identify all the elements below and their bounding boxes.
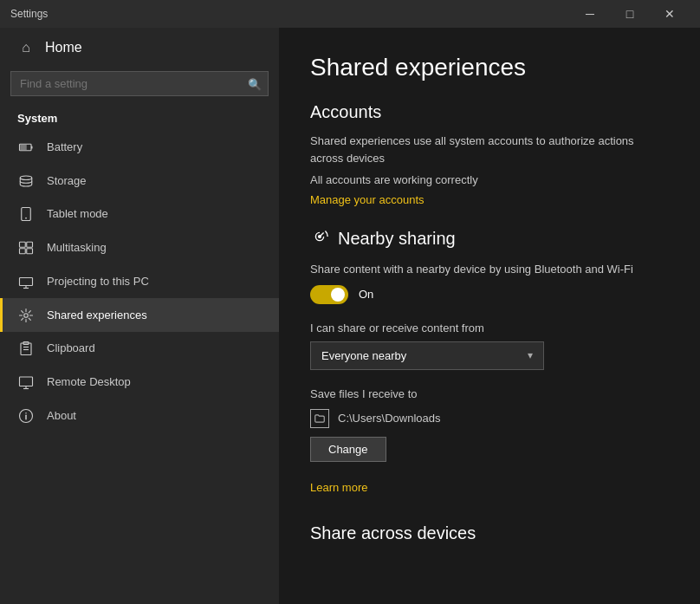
sidebar: ⌂ Home 🔍 System Battery Storage Tablet m… <box>0 28 279 604</box>
svg-rect-6 <box>20 242 26 247</box>
maximize-button[interactable]: □ <box>610 0 650 28</box>
page-title: Shared experiences <box>310 54 669 81</box>
close-button[interactable]: ✕ <box>650 0 690 28</box>
save-files-label: Save files I receive to <box>310 387 669 400</box>
svg-rect-10 <box>20 277 33 285</box>
sidebar-item-multitasking[interactable]: Multitasking <box>0 231 279 264</box>
sidebar-home[interactable]: ⌂ Home <box>0 28 279 68</box>
battery-label: Battery <box>47 140 82 153</box>
sidebar-item-remote-desktop[interactable]: Remote Desktop <box>0 365 279 399</box>
clipboard-label: Clipboard <box>47 341 95 354</box>
clipboard-icon <box>17 341 35 357</box>
home-icon: ⌂ <box>17 40 35 55</box>
toggle-label: On <box>359 288 373 301</box>
projecting-icon <box>17 273 35 289</box>
accounts-description: Shared experiences use all system accoun… <box>310 133 669 166</box>
file-path-row: C:\Users\Downloads <box>310 409 669 428</box>
multitasking-icon <box>17 239 35 256</box>
system-section-label: System <box>0 103 279 130</box>
shared-experiences-icon <box>17 307 35 323</box>
sidebar-item-battery[interactable]: Battery <box>0 130 279 164</box>
tablet-mode-label: Tablet mode <box>47 207 108 220</box>
about-icon <box>17 407 35 424</box>
search-input[interactable] <box>10 71 269 96</box>
nearby-sharing-icon <box>310 227 329 250</box>
svg-rect-18 <box>20 377 33 386</box>
sidebar-item-shared-experiences[interactable]: Shared experiences <box>0 298 279 332</box>
share-across-section: Share across devices <box>310 523 669 543</box>
folder-icon <box>310 409 329 428</box>
remote-desktop-icon <box>17 373 35 390</box>
about-label: About <box>47 409 76 422</box>
window-controls: ─ □ ✕ <box>570 0 690 28</box>
sidebar-item-storage[interactable]: Storage <box>0 164 279 198</box>
share-from-dropdown[interactable]: Everyone nearby ▾ <box>310 341 544 370</box>
sidebar-item-about[interactable]: About <box>0 399 279 432</box>
learn-more-link[interactable]: Learn more <box>310 481 367 494</box>
tablet-icon <box>17 206 35 223</box>
svg-rect-1 <box>31 146 33 148</box>
nearby-sharing-header: Nearby sharing <box>310 227 669 250</box>
nearby-sharing-toggle[interactable] <box>310 285 348 304</box>
svg-point-13 <box>24 313 29 317</box>
nearby-sharing-description: Share content with a nearby device by us… <box>310 261 669 278</box>
search-icon: 🔍 <box>248 77 262 90</box>
dropdown-arrow-icon: ▾ <box>528 349 533 361</box>
share-across-title: Share across devices <box>310 523 669 543</box>
storage-icon <box>17 172 35 189</box>
app-body: ⌂ Home 🔍 System Battery Storage Tablet m… <box>0 28 700 604</box>
share-from-label: I can share or receive content from <box>310 321 669 334</box>
svg-rect-9 <box>27 249 33 254</box>
accounts-section: Accounts Shared experiences use all syst… <box>310 102 669 227</box>
nearby-sharing-title: Nearby sharing <box>338 229 456 249</box>
toggle-knob <box>331 288 345 302</box>
storage-label: Storage <box>47 174 87 187</box>
shared-experiences-label: Shared experiences <box>47 308 147 321</box>
dropdown-value: Everyone nearby <box>321 349 406 362</box>
change-button[interactable]: Change <box>310 437 386 462</box>
sidebar-item-projecting[interactable]: Projecting to this PC <box>0 264 279 298</box>
svg-rect-2 <box>20 145 27 150</box>
nearby-sharing-section: Nearby sharing Share content with a near… <box>310 227 669 515</box>
sidebar-item-clipboard[interactable]: Clipboard <box>0 332 279 366</box>
multitasking-label: Multitasking <box>47 241 107 254</box>
projecting-label: Projecting to this PC <box>47 275 149 288</box>
toggle-row: On <box>310 285 669 304</box>
svg-rect-7 <box>27 242 33 247</box>
accounts-status: All accounts are working correctly <box>310 173 669 186</box>
remote-desktop-label: Remote Desktop <box>47 375 131 388</box>
manage-accounts-link[interactable]: Manage your accounts <box>310 193 425 206</box>
app-title: Settings <box>10 8 48 20</box>
accounts-section-title: Accounts <box>310 102 669 122</box>
file-path-text: C:\Users\Downloads <box>338 412 441 425</box>
svg-rect-8 <box>20 249 26 254</box>
minimize-button[interactable]: ─ <box>570 0 610 28</box>
content-area: Shared experiences Accounts Shared exper… <box>279 28 700 604</box>
sidebar-item-tablet-mode[interactable]: Tablet mode <box>0 198 279 231</box>
battery-icon <box>17 139 35 155</box>
sidebar-search-container: 🔍 <box>10 71 269 96</box>
svg-point-3 <box>20 176 32 180</box>
svg-point-23 <box>25 412 27 414</box>
svg-point-24 <box>319 236 321 238</box>
title-bar: Settings ─ □ ✕ <box>0 0 700 28</box>
home-label: Home <box>45 40 82 55</box>
